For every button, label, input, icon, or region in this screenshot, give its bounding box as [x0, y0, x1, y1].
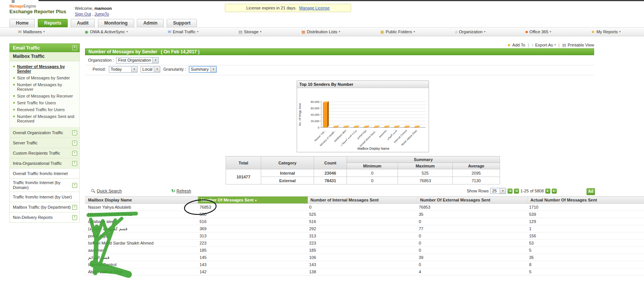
expand-plus-icon[interactable]: + — [72, 151, 77, 156]
nav-item[interactable]: ✉ Mailboxes ▾ — [18, 29, 45, 34]
expand-plus-icon[interactable]: + — [72, 215, 77, 220]
bullet-icon — [13, 66, 15, 67]
prev-page-button[interactable]: ◀ — [514, 189, 519, 194]
sidebar-section[interactable]: Traffic from/to Internet (by User) — [9, 192, 80, 202]
tab[interactable]: Monitoring — [98, 19, 134, 27]
nav-item[interactable]: ▦ Distribution Lists ▾ — [301, 29, 340, 34]
nav-item-label: Organization — [459, 29, 482, 34]
column-header-internal-messages-sent[interactable]: Number of Internal Messages Sent — [307, 197, 417, 204]
actual-messages-cell: 1710 — [527, 204, 644, 211]
report-category-nav: ✉ Mailboxes ▾ ◉ OWA & ActiveSync ▾ ✉ Ema… — [0, 27, 644, 36]
first-page-button[interactable]: |◀ — [508, 189, 512, 194]
sidebar-report-link[interactable]: Number of Messages by Receiver — [12, 81, 78, 93]
svg-text:0: 0 — [318, 126, 319, 129]
nav-item[interactable]: ■ Office 365 ▾ — [525, 29, 551, 34]
column-header-mailbox-display-name[interactable]: Mailbox Display Name — [85, 197, 198, 204]
sidebar-section[interactable]: Traffic from/to Internet (by Domain) + — [9, 179, 80, 192]
last-page-button[interactable]: ▶| — [552, 189, 557, 194]
nav-item-icon: ⌂ — [455, 30, 458, 34]
refresh-button[interactable]: ↻ Refresh — [171, 189, 191, 193]
expand-plus-icon[interactable]: + — [72, 205, 77, 210]
next-page-button[interactable]: ▶ — [545, 189, 550, 194]
svg-text:60,000: 60,000 — [311, 107, 319, 110]
expand-plus-icon[interactable]: + — [72, 141, 77, 146]
sign-out-link[interactable]: Sign Out — [75, 12, 91, 16]
organization-select[interactable]: First Organization ▾ — [116, 57, 159, 64]
table-row: Abdel Jabbar Elian 142 138 4 5 — [85, 268, 644, 276]
sidebar-section[interactable]: Intra-Organizational Traffic + — [9, 158, 80, 169]
summary-header-count: Count — [314, 156, 347, 169]
actions-separator: | — [528, 43, 529, 47]
nav-item[interactable]: ✉ Email Traffic ▾ — [168, 29, 198, 34]
expand-plus-icon[interactable]: + — [72, 161, 77, 166]
timezone-select[interactable]: Local ▾ — [141, 66, 160, 73]
expand-plus-icon[interactable]: + — [72, 183, 77, 188]
sidebar-report-link[interactable]: Sent Traffic for Users — [12, 99, 78, 106]
internal-messages-cell: 185 — [307, 247, 417, 254]
nav-item-icon: ▤ — [238, 30, 242, 34]
period-select[interactable]: Today ▾ — [109, 66, 138, 73]
nav-item-icon: ▣ — [380, 30, 384, 34]
messages-sent-cell: 560 — [198, 211, 307, 218]
chevron-down-icon: ▾ — [210, 67, 216, 72]
actual-messages-cell: 8 — [527, 261, 644, 268]
messages-sent-cell: 223 — [198, 240, 307, 247]
nav-item[interactable]: ⌂ Organization ▾ — [455, 29, 486, 34]
mailbox-name-cell: Ismael Mohd Sardar Shaikh Ahmed — [85, 240, 198, 247]
tab[interactable]: Support — [167, 19, 197, 27]
sidebar-section[interactable]: Overall Traffic from/to Internet — [9, 169, 80, 179]
sidebar-report-link[interactable]: Received Traffic for Users — [12, 106, 78, 113]
granularity-select[interactable]: Summary ▾ — [189, 66, 217, 73]
nav-item[interactable]: ★ My Reports ▾ — [591, 29, 621, 34]
messages-sent-cell: 76853 — [198, 204, 307, 211]
nav-item[interactable]: ◉ OWA & ActiveSync ▾ — [85, 29, 128, 34]
page-range: 1-25 of 5808 — [520, 189, 544, 193]
show-rows-select[interactable]: 25 ▾ — [490, 188, 506, 194]
sidebar-section[interactable]: Mailbox Traffic (by Department) + — [9, 202, 80, 212]
add-button-clipped[interactable]: Ad — [587, 188, 595, 195]
nav-item[interactable]: ▤ Storage ▾ — [238, 29, 261, 34]
top-senders-chart-panel: Top 10 Senders By Number 020,00040,00060… — [297, 81, 429, 152]
chart-title: Top 10 Senders By Number — [297, 81, 429, 88]
sidebar-section[interactable]: Overall Organization Traffic + — [9, 128, 80, 138]
manage-license-link[interactable]: Manage License — [299, 6, 330, 10]
column-header-messages-sent[interactable]: Number Of Messages Sent▾ — [198, 197, 307, 204]
actual-messages-cell: 5 — [527, 247, 644, 254]
sidebar-report-link[interactable]: Number of Messages Sent and Received — [12, 113, 78, 124]
export-icon: ↑ — [532, 43, 534, 47]
sidebar-report-link[interactable]: Size of Messages by Sender — [12, 74, 78, 81]
chevron-down-icon: ▾ — [339, 30, 341, 33]
column-header-external-messages-sent[interactable]: Number Of External Messages Sent — [417, 197, 527, 204]
link-separator: , — [92, 12, 93, 16]
external-messages-cell: 0 — [417, 218, 527, 225]
tab[interactable]: Audit — [71, 19, 95, 27]
tab[interactable]: Home — [9, 19, 35, 27]
sidebar-section[interactable]: Non-Delivery Reports + — [9, 212, 80, 223]
sidebar-group-mailbox-traffic[interactable]: Mailbox Traffic — [9, 52, 80, 61]
add-to-button[interactable]: ★ Add To — [507, 43, 525, 48]
external-messages-cell: 77 — [417, 225, 527, 232]
column-header-actual-messages-sent[interactable]: Actual Number Of Messages Sent — [527, 197, 644, 204]
messages-sent-cell: 369 — [198, 225, 307, 232]
nav-item-icon: ■ — [525, 30, 528, 34]
expand-plus-icon[interactable]: + — [72, 130, 77, 135]
sidebar-section[interactable]: Custom Recipients Traffic + — [9, 148, 80, 158]
period-row: Period: Today ▾ Local ▾ Granularity : Su… — [93, 66, 217, 73]
tab[interactable]: Admin — [137, 19, 164, 27]
expand-icon[interactable]: + — [72, 45, 77, 50]
sidebar-report-link[interactable]: Size of Messages by Receiver — [12, 93, 78, 99]
actual-messages-cell: 53 — [527, 240, 644, 247]
export-as-button[interactable]: ↑ Export As ▾ — [532, 43, 556, 47]
svg-text:aasomer: aasomer — [378, 129, 387, 138]
sidebar-section[interactable]: Server Traffic + — [9, 138, 80, 148]
sidebar-header-email-traffic[interactable]: Email Traffic + — [9, 43, 80, 52]
jump-to-link[interactable]: JumpTo — [94, 12, 109, 16]
internal-messages-cell: 313 — [307, 232, 417, 240]
nav-item[interactable]: ▣ Public Folders ▾ — [380, 29, 415, 34]
sidebar-report-link[interactable]: Number of Messages by Sender — [12, 63, 78, 74]
tab[interactable]: Reports — [38, 19, 68, 27]
messages-sent-cell: 516 — [198, 218, 307, 225]
printable-view-button[interactable]: ▤ Printable View — [562, 43, 594, 48]
chevron-down-icon: ▾ — [413, 30, 415, 33]
quick-search-button[interactable]: Quick Search — [91, 189, 122, 193]
